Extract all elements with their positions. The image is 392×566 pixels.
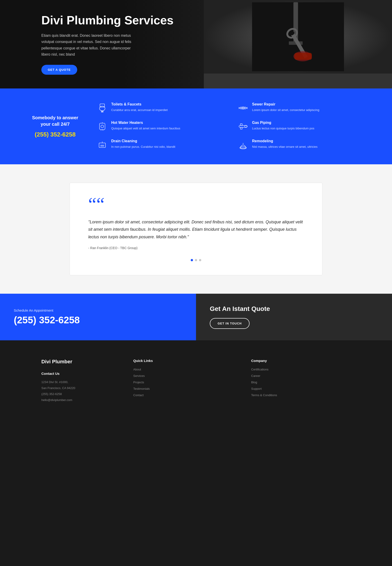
service-desc-remodel: Nisl massa, ultrices vitae ornare sit am…	[252, 144, 318, 149]
footer-link-about[interactable]: About	[133, 367, 233, 371]
testimonial-author: - Ran Franklin (CEO - TBC Group)	[88, 246, 304, 250]
footer-phone: (255) 352-6258	[41, 391, 115, 397]
footer-contact-title: Contact Us	[41, 372, 115, 376]
footer-link-projects-anchor[interactable]: Projects	[133, 381, 144, 384]
testimonial-section: ““ "Lorem ipsum dolor sit amet, consecte…	[0, 164, 392, 294]
gas-icon	[237, 121, 249, 132]
cta-right: Get An Istant Quote GET IN TOUCH	[196, 294, 392, 340]
testimonial-text: "Lorem ipsum dolor sit amet, consectetur…	[88, 218, 304, 241]
cta-phone: (255) 352-6258	[14, 315, 182, 326]
footer-link-career-anchor[interactable]: Career	[251, 374, 260, 378]
remodel-icon	[237, 139, 249, 151]
footer-link-support-anchor[interactable]: Support	[251, 387, 262, 390]
svg-rect-25	[240, 124, 242, 126]
footer-link-about-anchor[interactable]: About	[133, 368, 141, 371]
service-title-drain: Drain Cleaning	[111, 139, 175, 143]
service-item-sewer: Sewer Repair Lorem ipsum dolor sit amet,…	[237, 102, 364, 114]
footer-link-blog[interactable]: Blog	[251, 380, 351, 384]
cta-quote-label: Get An Istant Quote	[210, 305, 378, 312]
footer-link-terms[interactable]: Terms & Conditions	[251, 393, 351, 397]
service-title-remodel: Remodeling	[252, 139, 318, 143]
footer-email: hello@diviplumber.com	[41, 397, 115, 403]
footer-brand: Divi Plumber Contact Us 1234 Divi St. #1…	[41, 359, 115, 403]
footer-link-certifications[interactable]: Certifications	[251, 367, 351, 371]
cta-left: Schedule An Appointment (255) 352-6258	[0, 294, 196, 340]
service-desc-heater: Quisque aliquet velit sit amet sem inter…	[111, 126, 180, 131]
footer-link-contact-anchor[interactable]: Contact	[133, 393, 144, 397]
service-content-remodel: Remodeling Nisl massa, ultrices vitae or…	[252, 139, 318, 149]
footer-contact-info: 1234 Divi St. #1000, San Francisco, CA 9…	[41, 379, 115, 403]
service-desc-gas: Luctus lectus non quisque turpis bibendu…	[252, 126, 314, 131]
hero-title: Divi Plumbing Services	[41, 14, 190, 27]
svg-point-10	[99, 106, 105, 111]
footer-link-projects[interactable]: Projects	[133, 380, 233, 384]
service-title-sewer: Sewer Repair	[252, 102, 319, 106]
services-band: Somebody to answer your call 24/7 (255) …	[0, 88, 392, 164]
service-content-toilets: Toilets & Faucets Curabitur arcu erat, a…	[111, 102, 168, 112]
hero-section: Divi Plumbing Services Etiam quis blandi…	[0, 0, 392, 88]
svg-rect-12	[102, 111, 103, 112]
heater-icon	[97, 121, 108, 132]
footer-company: Company Certifications Career Blog Suppo…	[251, 359, 351, 403]
service-item-toilets: Toilets & Faucets Curabitur arcu erat, a…	[97, 102, 224, 114]
footer-link-terms-anchor[interactable]: Terms & Conditions	[251, 393, 277, 397]
drain-icon	[97, 139, 108, 151]
footer-quick-links-list: About Services Projects Testimonials Con…	[133, 367, 233, 397]
contact-phone: (255) 352-6258	[28, 131, 83, 138]
service-desc-sewer: Lorem ipsum dolor sit amet, consectetur …	[252, 108, 319, 112]
service-content-gas: Gas Piping Luctus lectus non quisque tur…	[252, 121, 314, 131]
footer-link-career[interactable]: Career	[251, 374, 351, 378]
service-title-heater: Hot Water Heaters	[111, 121, 180, 125]
footer-link-services[interactable]: Services	[133, 374, 233, 378]
footer-company-title: Company	[251, 359, 351, 363]
footer-link-support[interactable]: Support	[251, 386, 351, 391]
services-contact: Somebody to answer your call 24/7 (255) …	[28, 102, 83, 151]
footer: Divi Plumber Contact Us 1234 Divi St. #1…	[0, 340, 392, 422]
cta-section: Schedule An Appointment (255) 352-6258 G…	[0, 294, 392, 340]
quote-mark: ““	[88, 197, 304, 212]
footer-link-services-anchor[interactable]: Services	[133, 374, 145, 378]
footer-link-contact[interactable]: Contact	[133, 393, 233, 397]
footer-company-list: Certifications Career Blog Support Terms…	[251, 367, 351, 397]
footer-link-blog-anchor[interactable]: Blog	[251, 381, 257, 384]
dot-3[interactable]	[199, 259, 201, 261]
service-content-sewer: Sewer Repair Lorem ipsum dolor sit amet,…	[252, 102, 319, 112]
service-item-remodel: Remodeling Nisl massa, ultrices vitae or…	[237, 139, 364, 151]
footer-quick-links-title: Quick Links	[133, 359, 233, 363]
testimonial-card: ““ "Lorem ipsum dolor sit amet, consecte…	[70, 183, 322, 275]
svg-point-19	[101, 125, 104, 128]
service-item-gas: Gas Piping Luctus lectus non quisque tur…	[237, 121, 364, 132]
plumber-wrench-svg	[252, 2, 344, 71]
svg-rect-8	[252, 2, 344, 71]
hero-image	[204, 0, 392, 88]
svg-rect-24	[239, 126, 247, 127]
footer-link-certifications-anchor[interactable]: Certifications	[251, 368, 268, 371]
hero-plumber-image	[204, 0, 392, 73]
answer-text: Somebody to answer your call 24/7	[28, 114, 83, 127]
get-quote-button[interactable]: GET A QUOTE	[41, 65, 77, 75]
dot-1[interactable]	[191, 259, 193, 261]
sewer-icon	[237, 102, 249, 114]
service-title-toilets: Toilets & Faucets	[111, 102, 168, 106]
service-content-drain: Drain Cleaning In non pulvinar purus. Cu…	[111, 139, 175, 149]
footer-quick-links: Quick Links About Services Projects Test…	[133, 359, 233, 403]
service-content-heater: Hot Water Heaters Quisque aliquet velit …	[111, 121, 180, 131]
get-in-touch-button[interactable]: GET IN TOUCH	[210, 318, 250, 329]
footer-address-2: San Francisco, CA 94220	[41, 385, 115, 391]
hero-description: Etiam quis blandit erat. Donec laoreet l…	[41, 32, 138, 57]
carousel-dots	[88, 259, 304, 261]
footer-link-testimonials-anchor[interactable]: Testimonials	[133, 387, 150, 390]
cta-schedule-label: Schedule An Appointment	[14, 308, 182, 312]
service-item-drain: Drain Cleaning In non pulvinar purus. Cu…	[97, 139, 224, 151]
services-grid: Toilets & Faucets Curabitur arcu erat, a…	[97, 102, 364, 151]
toilet-icon	[97, 102, 108, 114]
dot-2[interactable]	[195, 259, 197, 261]
service-item-heater: Hot Water Heaters Quisque aliquet velit …	[97, 121, 224, 132]
service-desc-drain: In non pulvinar purus. Curabitur nisi od…	[111, 144, 175, 149]
svg-rect-11	[101, 111, 102, 112]
service-title-gas: Gas Piping	[252, 121, 314, 125]
footer-link-testimonials[interactable]: Testimonials	[133, 386, 233, 391]
svg-point-33	[240, 147, 246, 149]
footer-brand-name: Divi Plumber	[41, 359, 115, 365]
footer-address-1: 1234 Divi St. #1000,	[41, 379, 115, 385]
